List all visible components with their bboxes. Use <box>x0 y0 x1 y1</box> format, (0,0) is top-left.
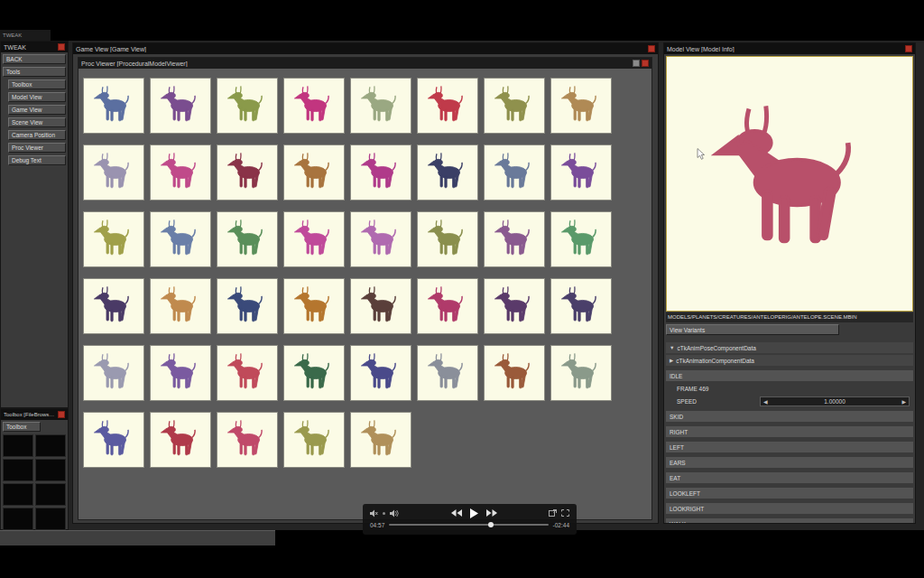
creature-thumbnail[interactable] <box>350 412 411 468</box>
game-view-titlebar[interactable]: Game View [Game View] <box>73 43 658 54</box>
anim-section-idle[interactable]: IDLE <box>666 370 913 381</box>
taskbar-tab[interactable]: TWEAK <box>0 30 51 41</box>
close-icon[interactable] <box>648 45 655 52</box>
tweak-item-game-view[interactable]: Game View <box>8 105 66 115</box>
fast-forward-button[interactable] <box>486 509 497 517</box>
creature-thumbnail[interactable] <box>484 345 545 401</box>
toolbox-button[interactable]: Toolbox <box>3 422 41 432</box>
creature-thumbnail[interactable] <box>150 412 211 468</box>
tweak-item-tools[interactable]: Tools <box>3 67 66 77</box>
tree-node-ctkanimationcomponentdata[interactable]: ▶cTkAnimationComponentData <box>666 355 913 366</box>
model-view-titlebar[interactable]: Model View [Model Info] <box>664 43 915 54</box>
spinner-left-arrow-icon[interactable]: ◀ <box>763 398 768 405</box>
creature-thumbnail[interactable] <box>83 78 144 134</box>
creature-thumbnail[interactable] <box>83 211 144 267</box>
creature-thumbnail[interactable] <box>83 412 144 468</box>
anim-section-left[interactable]: LEFT <box>666 442 913 452</box>
anim-section-lookleft[interactable]: LOOKLEFT <box>666 488 913 499</box>
creature-thumbnail[interactable] <box>150 211 211 267</box>
creature-thumbnail[interactable] <box>83 278 144 334</box>
anim-section-skid[interactable]: SKID <box>666 411 913 422</box>
creature-thumbnail[interactable] <box>150 144 211 200</box>
file-slot[interactable] <box>3 508 33 530</box>
creature-thumbnail[interactable] <box>217 211 278 267</box>
creature-thumbnail[interactable] <box>217 78 278 134</box>
creature-thumbnail[interactable] <box>350 211 411 267</box>
creature-thumbnail[interactable] <box>550 278 612 334</box>
anim-section-lookright[interactable]: LOOKRIGHT <box>666 503 913 514</box>
file-slot[interactable] <box>35 434 66 457</box>
creature-thumbnail[interactable] <box>417 211 478 267</box>
creature-thumbnail[interactable] <box>83 345 144 401</box>
creature-thumbnail[interactable] <box>217 412 278 468</box>
tree-node-ctkanimposecomponentdata[interactable]: ▼cTkAnimPoseComponentData <box>666 342 913 353</box>
creature-thumbnail[interactable] <box>417 345 478 401</box>
volume-icon[interactable] <box>390 509 399 517</box>
view-variants-button[interactable]: View Variants <box>666 324 839 335</box>
creature-thumbnail[interactable] <box>484 144 545 200</box>
play-button[interactable] <box>470 508 478 518</box>
anim-field-frame-469[interactable]: FRAME 469 <box>666 383 913 394</box>
speed-spinner-row[interactable]: SPEED◀1.00000▶ <box>666 396 913 406</box>
close-icon[interactable] <box>58 43 65 51</box>
creature-thumbnail[interactable] <box>283 412 345 468</box>
creature-thumbnail[interactable] <box>217 345 278 401</box>
creature-thumbnail[interactable] <box>350 78 411 134</box>
creature-thumbnail[interactable] <box>150 78 211 134</box>
creature-thumbnail[interactable] <box>150 278 211 334</box>
model-3d-viewport[interactable] <box>666 56 913 312</box>
speed-spinner[interactable]: ◀1.00000▶ <box>760 396 910 406</box>
anim-section-eat[interactable]: EAT <box>666 472 913 483</box>
proc-viewer-titlebar[interactable]: Proc Viewer [ProceduralModelViewer] <box>79 58 651 69</box>
chevron-right-icon[interactable]: ▶ <box>670 358 673 363</box>
creature-thumbnail[interactable] <box>283 345 345 401</box>
creature-thumbnail[interactable] <box>550 345 612 401</box>
minimize-icon[interactable] <box>633 60 640 67</box>
tweak-item-scene-view[interactable]: Scene View <box>8 117 66 127</box>
file-slot[interactable] <box>35 508 66 530</box>
close-icon[interactable] <box>905 45 912 52</box>
creature-thumbnail[interactable] <box>350 278 411 334</box>
tweak-item-toolbox[interactable]: Toolbox <box>8 79 66 89</box>
anim-section-walk[interactable]: WALK <box>666 518 913 524</box>
creature-thumbnail[interactable] <box>350 144 411 200</box>
spinner-right-arrow-icon[interactable]: ▶ <box>901 398 906 405</box>
anim-section-right[interactable]: RIGHT <box>666 426 913 437</box>
creature-thumbnail[interactable] <box>150 345 211 401</box>
anim-section-ears[interactable]: EARS <box>666 457 913 468</box>
creature-thumbnail[interactable] <box>484 78 545 134</box>
tweak-item-debug-text[interactable]: Debug Text <box>8 155 66 165</box>
creature-thumbnail[interactable] <box>550 211 612 267</box>
file-slot[interactable] <box>35 483 66 506</box>
creature-thumbnail[interactable] <box>484 211 545 267</box>
tweak-item-camera-position[interactable]: Camera Position <box>8 130 66 140</box>
close-icon[interactable] <box>58 411 65 418</box>
creature-thumbnail[interactable] <box>417 278 478 334</box>
tweak-item-back[interactable]: BACK <box>3 54 66 64</box>
creature-thumbnail[interactable] <box>417 144 478 200</box>
chevron-down-icon[interactable]: ▼ <box>670 345 674 350</box>
toolbox-titlebar[interactable]: Toolbox [FileBrowser] <box>1 409 68 420</box>
rewind-button[interactable] <box>451 509 462 517</box>
creature-thumbnail[interactable] <box>217 278 278 334</box>
pop-out-icon[interactable] <box>549 509 557 517</box>
creature-thumbnail[interactable] <box>283 78 345 134</box>
tweak-item-proc-viewer[interactable]: Proc Viewer <box>8 143 66 153</box>
seek-handle[interactable] <box>488 522 494 527</box>
close-icon[interactable] <box>642 60 649 67</box>
fullscreen-icon[interactable] <box>561 509 569 517</box>
file-slot[interactable] <box>3 459 33 481</box>
seek-slider[interactable] <box>389 524 548 526</box>
file-slot[interactable] <box>3 483 33 506</box>
creature-thumbnail[interactable] <box>550 78 612 134</box>
creature-thumbnail[interactable] <box>484 278 545 334</box>
creature-thumbnail[interactable] <box>417 78 478 134</box>
file-slot[interactable] <box>3 434 33 457</box>
creature-thumbnail[interactable] <box>283 144 345 200</box>
creature-thumbnail[interactable] <box>283 211 345 267</box>
creature-thumbnail[interactable] <box>217 144 278 200</box>
creature-thumbnail[interactable] <box>350 345 411 401</box>
tweak-titlebar[interactable]: TWEAK <box>1 42 68 52</box>
creature-thumbnail[interactable] <box>283 278 345 334</box>
tweak-item-model-view[interactable]: Model View <box>8 92 66 102</box>
